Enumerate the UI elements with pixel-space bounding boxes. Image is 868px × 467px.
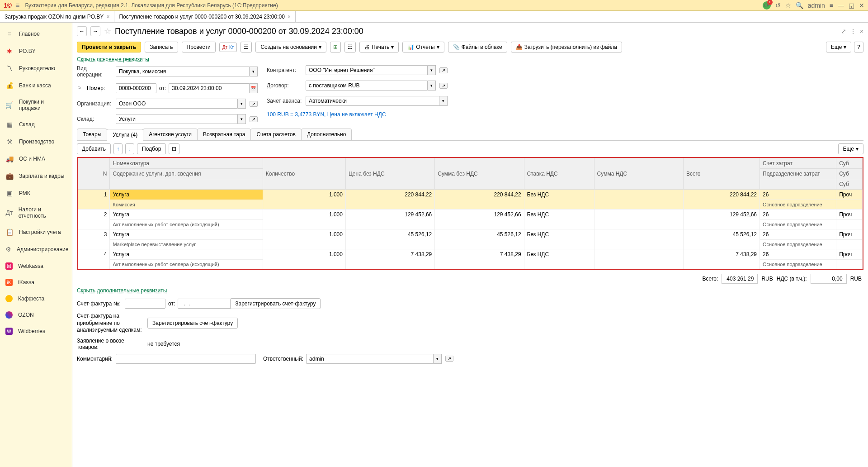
cell-qty[interactable]: 1,000 — [263, 229, 345, 249]
user-name[interactable]: admin — [808, 2, 825, 9]
open-ref-icon[interactable]: ↗ — [439, 83, 448, 89]
cell-account[interactable]: 26 — [760, 210, 836, 220]
history-icon[interactable]: ↺ — [775, 2, 781, 9]
excel-button[interactable]: ⊞ — [330, 42, 341, 52]
cell-sum[interactable]: 7 438,29 — [435, 249, 524, 269]
sidebar-item-production[interactable]: ⚒Производство — [0, 133, 72, 150]
sidebar-item-manager[interactable]: 〽Руководителю — [0, 60, 72, 77]
close-panel-icon[interactable]: × — [860, 28, 863, 35]
cell-desc[interactable]: Комиссия — [110, 200, 263, 210]
col-sub3[interactable]: Суб — [836, 179, 863, 190]
col-sub2[interactable]: Суб — [836, 169, 863, 179]
favorite-star-icon[interactable]: ☆ — [104, 26, 111, 36]
calendar-icon[interactable]: 📅 — [250, 83, 258, 93]
cell-nom[interactable]: Услуга — [110, 190, 263, 200]
tab-goods[interactable]: Товары — [77, 129, 107, 140]
cell-total[interactable]: 45 526,12 — [683, 229, 760, 249]
print-button[interactable]: 🖨 Печать ▾ — [359, 42, 399, 52]
col-desc[interactable]: Содержание услуги, доп. сведения — [110, 169, 263, 179]
register-sf2-button[interactable]: Зарегистрировать счет-фактуру — [147, 318, 238, 329]
avans-input[interactable] — [306, 96, 439, 106]
dropdown-icon[interactable]: ▾ — [428, 65, 436, 75]
move-down-button[interactable]: ↓ — [125, 143, 134, 154]
cell-vat[interactable] — [594, 190, 683, 210]
open-ref-icon[interactable]: ↗ — [250, 101, 258, 107]
tab-agent-services[interactable]: Агентские услуги — [143, 129, 198, 140]
open-ref-icon[interactable]: ↗ — [445, 356, 453, 362]
cell-dept[interactable]: Основное подразделение — [760, 240, 836, 249]
table-row[interactable]: 2 Услуга 1,000 129 452,66 129 452,66 Без… — [78, 210, 863, 220]
sidebar-item-warehouse[interactable]: ▦Склад — [0, 116, 72, 133]
notification-badge[interactable]: ⟳ — [763, 1, 771, 10]
sidebar-item-rmk[interactable]: ▣РМК — [0, 185, 72, 202]
sidebar-item-webkassa[interactable]: 回Webkassa — [0, 258, 72, 274]
date-input[interactable] — [169, 83, 250, 93]
cell-sub[interactable]: Проч — [836, 249, 863, 260]
open-ref-icon[interactable]: ↗ — [439, 67, 448, 73]
col-dept[interactable]: Подразделение затрат — [760, 169, 836, 179]
open-ref-icon[interactable]: ↗ — [250, 116, 258, 122]
table-row[interactable]: 4 Услуга 1,000 7 438,29 7 438,29 Без НДС… — [78, 249, 863, 260]
dropdown-icon[interactable]: ▾ — [238, 99, 246, 109]
sidebar-item-bank[interactable]: 💰Банк и касса — [0, 77, 72, 94]
cell-price[interactable]: 7 438,29 — [345, 249, 434, 269]
nav-back-button[interactable]: ← — [77, 26, 87, 36]
cell-qty[interactable]: 1,000 — [263, 210, 345, 229]
cell-total[interactable]: 220 844,22 — [683, 190, 760, 210]
sidebar-item-settings[interactable]: 📋Настройки учета — [0, 224, 72, 241]
link-icon[interactable]: ⤢ — [841, 28, 846, 35]
col-account[interactable]: Счет затрат — [760, 158, 836, 169]
cell-sum[interactable]: 220 844,22 — [435, 190, 524, 210]
sidebar-item-purchases[interactable]: 🛒Покупки и продажи — [0, 94, 72, 116]
resp-input[interactable] — [306, 354, 434, 364]
cell-desc[interactable]: Акт выполненных работ селлера (исходящий… — [110, 220, 263, 229]
tab-receipt-doc[interactable]: Поступление товаров и услуг 0000-000200 … — [114, 11, 296, 22]
tab-close-icon[interactable]: × — [106, 14, 109, 20]
number-input[interactable] — [116, 83, 156, 93]
contragent-input[interactable] — [306, 65, 428, 75]
table-row[interactable]: 3 Услуга 1,000 45 526,12 45 526,12 Без Н… — [78, 229, 863, 240]
cell-nom[interactable]: Услуга — [110, 210, 263, 220]
cell-total[interactable]: 129 452,66 — [683, 210, 760, 229]
cell-n[interactable]: 3 — [78, 229, 110, 249]
tab-return-tara[interactable]: Возвратная тара — [197, 129, 251, 140]
cell-rate[interactable]: Без НДС — [524, 229, 594, 249]
reports-button[interactable]: 📊 Отчеты ▾ — [402, 42, 444, 52]
dropdown-icon[interactable]: ▾ — [428, 81, 436, 91]
col-n[interactable]: N — [78, 158, 110, 190]
cell-sub2[interactable] — [836, 240, 863, 249]
col-vat[interactable]: Сумма НДС — [594, 158, 683, 190]
col-nom[interactable]: Номенклатура — [110, 158, 263, 169]
tab-ozon-load[interactable]: Загрузка продаж OZON по дням PO.BY × — [0, 11, 114, 22]
cell-account[interactable]: 26 — [760, 229, 836, 240]
tab-extra[interactable]: Дополнительно — [301, 129, 352, 140]
col-price[interactable]: Цена без НДС — [345, 158, 434, 190]
post-button[interactable]: Провести — [182, 42, 216, 52]
load-file-button[interactable]: 📥 Загрузить (перезаполнить) из файла — [511, 42, 622, 52]
post-close-button[interactable]: Провести и закрыть — [77, 42, 141, 52]
nav-forward-button[interactable]: → — [90, 26, 100, 36]
dt-kt-button[interactable]: ДтКт — [219, 43, 237, 52]
hide-main-link[interactable]: Скрыть основные реквизиты — [77, 56, 149, 62]
cell-nom[interactable]: Услуга — [110, 249, 263, 260]
structure-button[interactable]: ☰ — [241, 42, 252, 52]
cell-sub2[interactable] — [836, 260, 863, 269]
pick-button[interactable]: Подбор — [137, 143, 166, 154]
dropdown-icon[interactable]: ▾ — [238, 114, 246, 124]
cell-sum[interactable]: 129 452,66 — [435, 210, 524, 229]
cell-total[interactable]: 7 438,29 — [683, 249, 760, 269]
cell-price[interactable]: 129 452,66 — [345, 210, 434, 229]
cell-sub[interactable]: Проч — [836, 190, 863, 200]
write-button[interactable]: Записать — [145, 42, 178, 52]
cell-dept[interactable]: Основное подразделение — [760, 260, 836, 269]
sidebar-item-poby[interactable]: ✱PO.BY — [0, 43, 72, 60]
star-icon[interactable]: ☆ — [785, 2, 791, 9]
sidebar-item-ozon[interactable]: OZON — [0, 307, 72, 323]
cell-n[interactable]: 1 — [78, 190, 110, 210]
tab-services[interactable]: Услуги (4) — [107, 129, 143, 141]
cell-nom[interactable]: Услуга — [110, 229, 263, 240]
sf-num-input[interactable] — [125, 299, 165, 309]
restore-icon[interactable]: ◱ — [849, 2, 854, 9]
cell-qty[interactable]: 1,000 — [263, 249, 345, 269]
sidebar-item-os-nma[interactable]: 🚚ОС и НМА — [0, 150, 72, 167]
